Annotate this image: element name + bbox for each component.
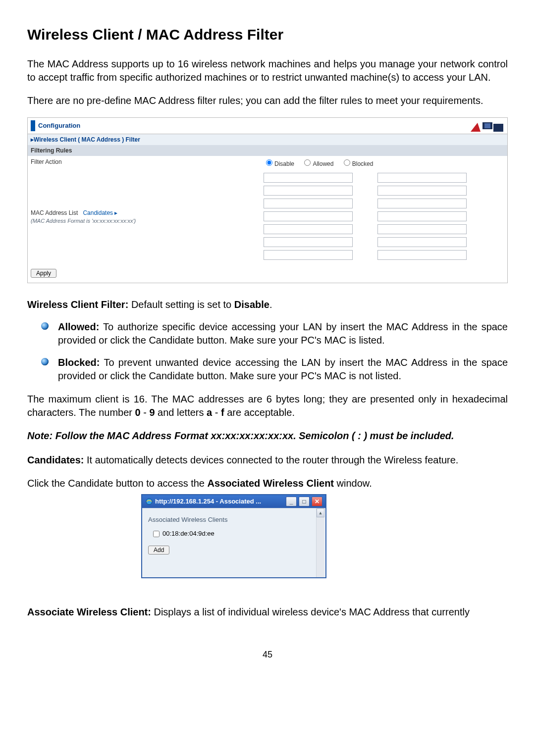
close-button[interactable]: ✕ — [312, 497, 322, 506]
minimize-button[interactable]: _ — [286, 497, 297, 506]
radio-disable[interactable] — [266, 159, 272, 166]
svg-rect-1 — [484, 123, 490, 128]
max-client-5: are acceptable. — [224, 407, 295, 418]
mac-input-1[interactable] — [264, 173, 353, 183]
ie-icon — [145, 498, 153, 505]
candidates-label: Candidates: — [27, 454, 84, 465]
associate-client-label: Associate Wireless Client: — [27, 606, 151, 617]
radio-blocked[interactable] — [344, 159, 350, 166]
page-number: 45 — [27, 649, 508, 660]
blocked-label: Blocked: — [58, 357, 100, 368]
associated-clients-heading: Associated Wireless Clients — [148, 515, 320, 524]
scroll-up-icon[interactable]: ▲ — [317, 508, 324, 517]
radio-blocked-text: Blocked — [352, 160, 374, 167]
intro-paragraph-2: There are no pre-define MAC Address filt… — [27, 94, 508, 107]
header-accent-bar — [31, 120, 35, 131]
apply-button[interactable]: Apply — [31, 269, 56, 278]
mac-input-5[interactable] — [264, 199, 353, 208]
wireless-client-filter-label: Wireless Client Filter: — [27, 299, 128, 310]
blocked-text: To prevent unwanted device accessing the… — [58, 357, 508, 381]
max-client-2: - — [141, 407, 150, 418]
page-title: Wireless Client / MAC Address Filter — [27, 25, 508, 45]
radio-disable-label[interactable]: Disable — [264, 160, 294, 167]
radio-allowed[interactable] — [304, 159, 311, 166]
mac-input-10[interactable] — [377, 224, 467, 234]
mac-format-hint: (MAC Address Format is 'xx:xx:xx:xx:xx:x… — [31, 218, 136, 224]
popup-body: ▲ Associated Wireless Clients 00:18:de:0… — [142, 508, 325, 577]
radio-blocked-label[interactable]: Blocked — [341, 160, 374, 167]
default-setting-value: Disable — [234, 299, 269, 310]
mac-input-8[interactable] — [377, 211, 467, 221]
note-line: Note: Follow the MAC Address Format xx:x… — [27, 429, 508, 443]
radio-allowed-label[interactable]: Allowed — [302, 160, 333, 167]
max-client-b2: 9 — [149, 407, 155, 418]
popup-title-text: http://192.168.1.254 - Associated ... — [155, 497, 261, 506]
popup-wrapper: http://192.168.1.254 - Associated ... _ … — [141, 494, 508, 578]
bullet-icon — [41, 358, 49, 365]
add-button[interactable]: Add — [148, 546, 169, 554]
candidates-paragraph: Candidates: It automatically detects dev… — [27, 454, 508, 467]
allowed-bullet: Allowed: To authorize specific device ac… — [41, 320, 508, 347]
filter-modes-list: Allowed: To authorize specific device ac… — [41, 320, 508, 383]
configuration-header: Configuration — [28, 118, 507, 134]
candidates-link[interactable]: Candidates ▸ — [83, 209, 117, 216]
blocked-bullet: Blocked: To prevent unwanted device acce… — [41, 356, 508, 383]
max-client-b3: a — [207, 407, 212, 418]
mac-input-11[interactable] — [264, 237, 353, 247]
max-client-b1: 0 — [135, 407, 141, 418]
mac-input-4[interactable] — [377, 186, 467, 196]
click-cand-1: Click the Candidate button to access the — [27, 478, 208, 489]
brand-logo-icon — [470, 120, 504, 132]
popup-scrollbar[interactable]: ▲ — [316, 508, 324, 577]
mac-address-list-row: MAC Address List Candidates ▸ (MAC Addre… — [28, 170, 507, 265]
filter-action-row: Filter Action Disable Allowed Blocked — [28, 156, 507, 170]
click-cand-2: window. — [334, 478, 372, 489]
allowed-label: Allowed: — [58, 321, 99, 332]
configuration-title: Configuration — [38, 121, 470, 130]
click-candidate-paragraph: Click the Candidate button to access the… — [27, 477, 508, 490]
associate-client-text: Displays a list of individual wireless d… — [151, 606, 470, 617]
apply-row: Apply — [28, 265, 507, 283]
mac-input-grid — [264, 173, 467, 261]
mac-address-list-label: MAC Address List — [31, 209, 78, 216]
radio-disable-text: Disable — [274, 160, 294, 167]
max-client-b4: f — [221, 407, 224, 418]
max-client-3: and letters — [155, 407, 207, 418]
mac-input-9[interactable] — [264, 224, 353, 234]
filter-action-label: Filter Action — [31, 158, 264, 168]
popup-titlebar: http://192.168.1.254 - Associated ... _ … — [142, 495, 325, 508]
client-row: 00:18:de:04:9d:ee — [151, 529, 320, 539]
allowed-text: To authorize specific device accessing y… — [58, 321, 508, 346]
mac-input-6[interactable] — [377, 199, 467, 208]
mac-input-2[interactable] — [377, 173, 467, 183]
mac-input-7[interactable] — [264, 211, 353, 221]
max-client-paragraph: The maximum client is 16. The MAC addres… — [27, 393, 508, 419]
radio-allowed-text: Allowed — [313, 160, 333, 167]
default-setting-line: Wireless Client Filter: Default setting … — [27, 298, 508, 311]
mac-input-14[interactable] — [377, 250, 467, 260]
wireless-client-section-header: ▸Wireless Client ( MAC Address ) Filter — [28, 134, 507, 145]
filter-action-radios: Disable Allowed Blocked — [264, 158, 379, 168]
associated-client-popup: http://192.168.1.254 - Associated ... _ … — [141, 494, 326, 578]
bullet-icon — [41, 322, 49, 330]
client-mac-text: 00:18:de:04:9d:ee — [162, 530, 214, 537]
filtering-rules-header: Filtering Rules — [28, 145, 507, 156]
maximize-button[interactable]: □ — [299, 497, 310, 506]
default-setting-text: Default setting is set to — [128, 299, 234, 310]
click-cand-bold: Associated Wireless Client — [208, 478, 334, 489]
mac-input-3[interactable] — [264, 186, 353, 196]
configuration-panel: Configuration ▸Wireless Client ( MAC Add… — [27, 117, 508, 284]
mac-input-13[interactable] — [264, 250, 353, 260]
mac-input-12[interactable] — [377, 237, 467, 247]
associate-client-paragraph: Associate Wireless Client: Displays a li… — [27, 605, 508, 619]
max-client-4: - — [212, 407, 221, 418]
client-checkbox[interactable] — [153, 531, 160, 537]
intro-paragraph-1: The MAC Address supports up to 16 wirele… — [27, 57, 508, 84]
candidates-text: It automatically detects devices connect… — [84, 454, 458, 465]
